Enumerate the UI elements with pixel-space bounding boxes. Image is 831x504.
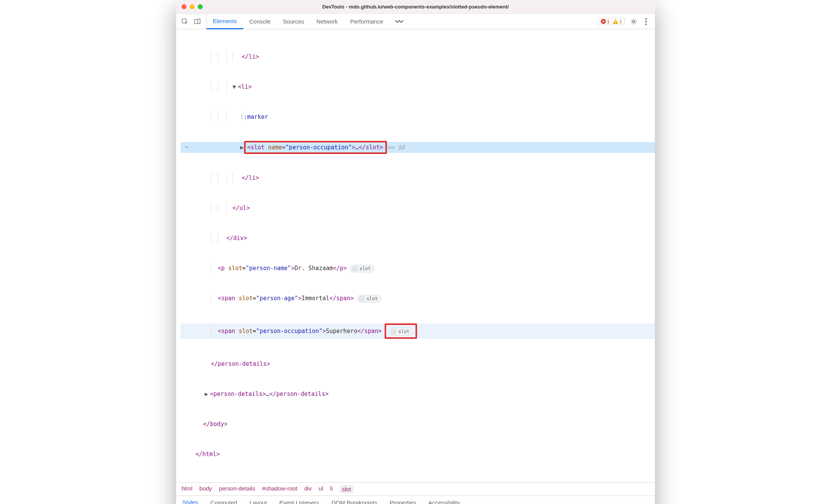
svg-point-7 [645,18,647,20]
dom-line[interactable]: </li> [181,173,655,183]
dom-line[interactable]: ::marker [181,112,655,122]
dom-line[interactable]: </li> [181,52,655,62]
dom-line[interactable]: <span slot="person-occupation">Superhero… [181,323,655,339]
slot-reveal-badge[interactable]: ↖slot [357,295,382,303]
slot-reveal-icon: ↖ [353,266,357,271]
subtab-computed[interactable]: Computed [204,496,243,504]
breadcrumb-item[interactable]: div [304,485,312,493]
subtab-properties[interactable]: Properties [383,496,422,504]
breadcrumb-item[interactable]: person-details [219,485,255,493]
dom-selected-line[interactable]: ⋯▶<slot name="person-occupation">…</slot… [181,142,655,153]
breadcrumb-item[interactable]: html [181,485,192,493]
subtab-dom-breakpoints[interactable]: DOM Breakpoints [326,496,383,504]
dom-line[interactable]: </html> [181,449,655,459]
styles-subtabs: Styles Computed Layout Event Listeners D… [176,496,655,504]
more-tabs-chevron-icon[interactable] [390,19,409,24]
slot-reveal-icon: ↖ [360,296,364,301]
tab-elements[interactable]: Elements [207,14,243,29]
tab-network[interactable]: Network [310,14,344,29]
svg-point-9 [645,24,647,25]
dom-line[interactable]: <span slot="person-age">Immortal</span>↖… [181,293,655,303]
main-toolbar: Elements Console Sources Network Perform… [176,14,655,29]
svg-rect-5 [615,23,616,24]
slot-reveal-badge[interactable]: ↖slot [350,265,375,272]
breadcrumb-item-selected[interactable]: slot [340,485,353,493]
tab-console[interactable]: Console [243,14,277,29]
breadcrumb: html body person-details #shadow-root di… [176,482,655,496]
subtab-styles[interactable]: Styles [176,496,204,504]
error-count: 1 [607,19,610,24]
dom-line[interactable]: </div> [181,233,655,243]
inspect-icon[interactable] [181,18,188,25]
breadcrumb-item[interactable]: li [330,485,333,493]
svg-point-8 [645,21,647,22]
subtab-layout[interactable]: Layout [243,496,273,504]
dom-line[interactable]: </body> [181,419,655,429]
window-controls [181,4,203,9]
dom-line[interactable]: </ul> [181,203,655,213]
slot-reveal-icon: ↖ [391,329,396,334]
subtab-accessibility[interactable]: Accessibility [422,496,466,504]
fullscreen-window-button[interactable] [198,4,203,9]
dom-line[interactable]: </person-details> [181,359,655,369]
svg-point-6 [633,20,634,22]
close-window-button[interactable] [181,4,187,9]
dom-line[interactable]: ▼<li> [181,82,655,92]
tab-performance[interactable]: Performance [344,14,390,29]
breadcrumb-item[interactable]: body [199,485,212,493]
slot-reveal-badge[interactable]: ↖slot [388,328,413,335]
breadcrumb-item[interactable]: #shadow-root [262,485,297,493]
panel-tabs: Elements Console Sources Network Perform… [207,14,390,29]
tab-sources[interactable]: Sources [277,14,310,29]
issues-chip[interactable]: 1 1 [598,18,625,25]
minimize-window-button[interactable] [190,4,195,9]
device-toggle-icon[interactable] [194,18,201,25]
settings-gear-icon[interactable] [630,18,637,25]
elements-tree[interactable]: </li> ▼<li> ::marker ⋯▶<slot name="perso… [176,29,655,482]
kebab-menu-icon[interactable] [643,18,650,25]
svg-rect-4 [615,20,616,22]
breadcrumb-item[interactable]: ul [319,485,323,493]
dom-line[interactable]: ▶<person-details>…</person-details> [181,389,655,399]
devtools-window: DevTools - mdn.github.io/web-components-… [176,0,655,504]
subtab-event-listeners[interactable]: Event Listeners [273,496,325,504]
warning-count: 1 [619,19,622,24]
dom-line[interactable]: <p slot="person-name">Dr. Shazaam</p>↖sl… [181,263,655,273]
svg-rect-2 [198,19,200,24]
titlebar: DevTools - mdn.github.io/web-components-… [176,0,655,14]
gutter-ellipsis-icon[interactable]: ⋯ [181,142,192,152]
window-title: DevTools - mdn.github.io/web-components-… [176,4,655,10]
